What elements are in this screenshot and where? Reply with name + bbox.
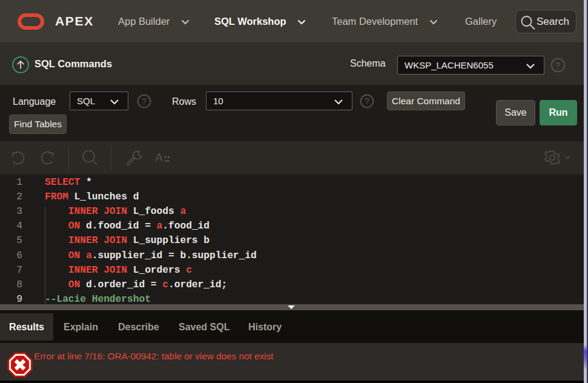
svg-text:?: ? [555,61,560,70]
svg-text:A: A [155,151,163,164]
svg-text:?: ? [142,96,147,106]
svg-text:?: ? [365,96,369,106]
